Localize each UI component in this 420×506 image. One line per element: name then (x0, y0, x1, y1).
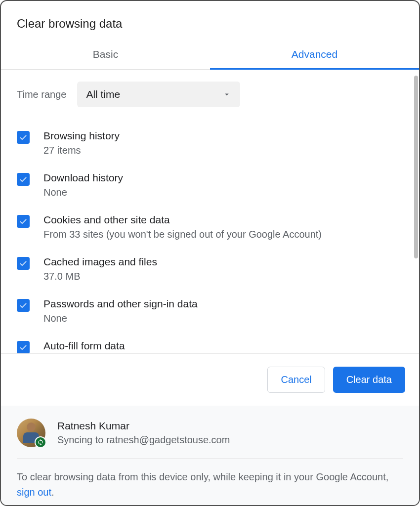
item-title: Browsing history (43, 130, 120, 142)
clear-browsing-data-dialog: Clear browsing data Basic Advanced Time … (0, 0, 420, 506)
account-area: Ratnesh Kumar Syncing to ratnesh@gadgets… (1, 406, 419, 505)
data-type-item: Cached images and files37.0 MB (17, 248, 403, 290)
account-status: Syncing to ratnesh@gadgetstouse.com (57, 434, 230, 446)
checkbox[interactable] (17, 299, 30, 312)
item-subtext: 37.0 MB (43, 271, 157, 282)
item-subtext: None (43, 313, 198, 324)
scrollbar-thumb[interactable] (414, 76, 418, 258)
time-range-select[interactable]: All time (77, 82, 240, 107)
data-type-item: Cookies and other site dataFrom 33 sites… (17, 206, 403, 248)
time-range-row: Time range All time (17, 82, 403, 107)
data-type-item: Download historyNone (17, 164, 403, 206)
time-range-label: Time range (17, 89, 66, 100)
item-subtext: From 33 sites (you won't be signed out o… (43, 229, 322, 240)
tab-basic[interactable]: Basic (1, 40, 210, 69)
dialog-title: Clear browsing data (1, 1, 419, 40)
data-type-item: Browsing history27 items (17, 122, 403, 164)
item-subtext: 27 items (43, 145, 120, 156)
tab-advanced[interactable]: Advanced (210, 40, 419, 69)
item-subtext: None (43, 187, 123, 198)
sign-out-link[interactable]: sign out (17, 487, 51, 498)
data-types-list: Browsing history27 itemsDownload history… (17, 122, 403, 353)
avatar (17, 419, 45, 447)
data-type-item: Auto-fill form data (17, 332, 403, 353)
notice-prefix: To clear browsing data from this device … (17, 471, 388, 482)
data-type-item: Passwords and other sign-in dataNone (17, 290, 403, 332)
cancel-button[interactable]: Cancel (267, 367, 325, 393)
checkbox[interactable] (17, 173, 30, 186)
notice-suffix: . (51, 487, 54, 498)
item-title: Cookies and other site data (43, 214, 322, 226)
item-title: Download history (43, 172, 123, 184)
clear-data-button[interactable]: Clear data (333, 367, 405, 393)
item-title: Passwords and other sign-in data (43, 298, 198, 310)
signout-notice: To clear browsing data from this device … (17, 459, 403, 500)
tab-bar: Basic Advanced (1, 40, 419, 70)
time-range-value: All time (86, 88, 120, 100)
options-scroll-area[interactable]: Time range All time Browsing history27 i… (1, 70, 419, 353)
account-row: Ratnesh Kumar Syncing to ratnesh@gadgets… (17, 419, 403, 459)
checkbox[interactable] (17, 131, 30, 144)
checkbox[interactable] (17, 215, 30, 228)
account-name: Ratnesh Kumar (57, 420, 230, 432)
checkbox[interactable] (17, 341, 30, 353)
item-title: Cached images and files (43, 256, 157, 268)
chevron-down-icon (222, 90, 231, 99)
sync-icon (35, 436, 46, 448)
checkbox[interactable] (17, 257, 30, 270)
item-title: Auto-fill form data (43, 340, 125, 352)
dialog-footer: Cancel Clear data (1, 353, 419, 406)
